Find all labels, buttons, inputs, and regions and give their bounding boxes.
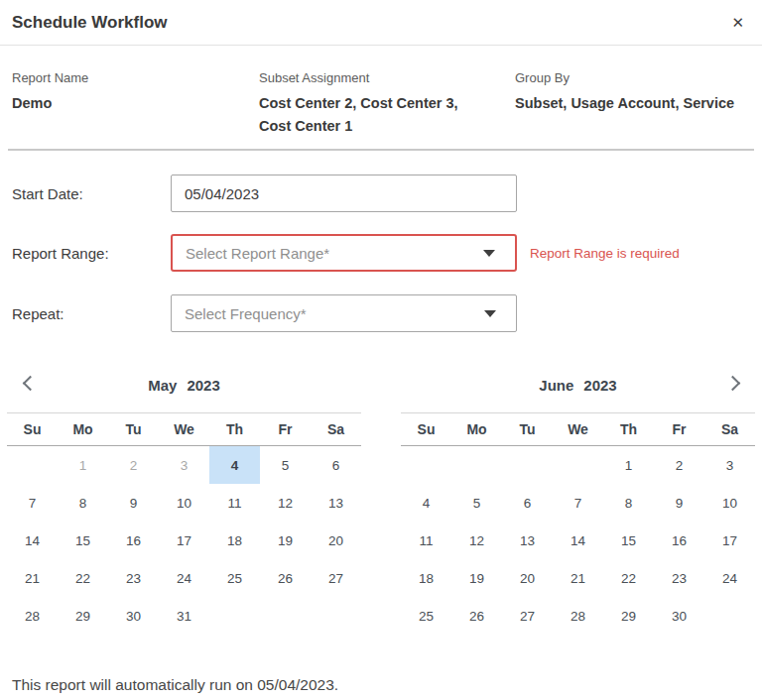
date-cell[interactable]: 11 (209, 484, 260, 522)
group-by-value: Subset, Usage Account, Service (515, 92, 750, 115)
date-cell[interactable]: 8 (603, 484, 654, 522)
date-cell[interactable]: 19 (260, 522, 311, 559)
date-cell[interactable]: 15 (603, 522, 654, 559)
date-cell[interactable]: 24 (159, 559, 209, 597)
report-name-value: Demo (12, 92, 259, 115)
date-cell[interactable]: 28 (553, 597, 603, 635)
dialog-title: Schedule Workflow (12, 13, 168, 33)
repeat-placeholder: Select Frequency* (185, 305, 307, 322)
date-cell-empty (704, 597, 755, 635)
date-cell[interactable]: 6 (502, 484, 553, 522)
date-cell[interactable]: 10 (704, 484, 755, 522)
date-cell[interactable]: 11 (401, 522, 451, 559)
date-cell[interactable]: 21 (7, 559, 58, 597)
date-cell: 2 (108, 446, 159, 484)
date-cell[interactable]: 25 (401, 597, 451, 635)
date-cell[interactable]: 18 (209, 522, 260, 559)
date-cell[interactable]: 22 (603, 559, 654, 597)
day-header: Th (209, 421, 260, 437)
date-cell[interactable]: 3 (704, 446, 755, 484)
date-cell[interactable]: 25 (209, 559, 260, 597)
date-cell[interactable]: 10 (159, 484, 209, 522)
date-cell[interactable]: 14 (553, 522, 603, 559)
date-cell[interactable]: 29 (603, 597, 654, 635)
date-cell[interactable]: 31 (159, 597, 209, 635)
date-cell[interactable]: 20 (311, 522, 361, 559)
month-name: June (539, 377, 573, 394)
start-date-label: Start Date: (12, 185, 171, 202)
chevron-down-icon (483, 250, 495, 257)
date-cell[interactable]: 19 (451, 559, 502, 597)
report-range-select[interactable]: Select Report Range* (171, 234, 517, 272)
report-range-row: Report Range: Select Report Range* Repor… (12, 234, 762, 272)
date-cell[interactable]: 30 (108, 597, 159, 635)
chevron-left-icon (22, 375, 38, 391)
date-grid: 1234567891011121314151617181920212223242… (401, 446, 755, 635)
date-cell[interactable]: 23 (108, 559, 159, 597)
date-cell[interactable]: 7 (553, 484, 603, 522)
prev-month-button[interactable] (13, 368, 43, 398)
date-cell[interactable]: 27 (502, 597, 553, 635)
date-cell[interactable]: 13 (311, 484, 361, 522)
day-header: Su (7, 421, 58, 437)
day-header: Tu (108, 421, 159, 437)
day-header: Fr (260, 421, 311, 437)
date-cell[interactable]: 5 (260, 446, 311, 484)
date-cell: 1 (58, 446, 108, 484)
report-range-placeholder: Select Report Range* (186, 245, 329, 262)
date-cell[interactable]: 4 (209, 446, 260, 484)
date-cell[interactable]: 1 (603, 446, 654, 484)
date-cell[interactable]: 27 (311, 559, 361, 597)
start-date-input[interactable] (171, 175, 517, 212)
date-cell[interactable]: 13 (502, 522, 553, 559)
date-cell[interactable]: 7 (7, 484, 58, 522)
date-cell[interactable]: 20 (502, 559, 553, 597)
date-cell[interactable]: 16 (108, 522, 159, 559)
subset-assignment-column: Subset Assignment Cost Center 2, Cost Ce… (259, 70, 515, 149)
auto-run-note: This report will automatically run on 05… (12, 676, 338, 693)
group-by-column: Group By Subset, Usage Account, Service (515, 70, 750, 149)
repeat-select[interactable]: Select Frequency* (171, 294, 517, 332)
date-cell[interactable]: 16 (654, 522, 704, 559)
date-cell[interactable]: 23 (654, 559, 704, 597)
date-cell[interactable]: 17 (704, 522, 755, 559)
date-cell[interactable]: 12 (260, 484, 311, 522)
day-header: Sa (704, 421, 755, 437)
date-cell[interactable]: 18 (401, 559, 451, 597)
close-button[interactable]: ✕ (727, 11, 748, 34)
date-cell[interactable]: 2 (654, 446, 704, 484)
date-cell-empty (260, 597, 311, 635)
date-cell[interactable]: 22 (58, 559, 108, 597)
calendar-header: May2023 (7, 363, 361, 412)
day-header: Th (603, 421, 654, 437)
start-date-row: Start Date: (12, 175, 762, 212)
date-cell[interactable]: 12 (451, 522, 502, 559)
date-cell[interactable]: 9 (654, 484, 704, 522)
date-cell-empty (502, 446, 553, 484)
date-cell[interactable]: 14 (7, 522, 58, 559)
repeat-label: Repeat: (12, 305, 171, 322)
next-month-button[interactable] (719, 368, 749, 398)
date-cell[interactable]: 15 (58, 522, 108, 559)
date-cell[interactable]: 8 (58, 484, 108, 522)
calendar-header: June2023 (401, 363, 755, 412)
date-cell[interactable]: 24 (704, 559, 755, 597)
date-cell[interactable]: 26 (451, 597, 502, 635)
date-cell[interactable]: 4 (401, 484, 451, 522)
date-cell[interactable]: 26 (260, 559, 311, 597)
month-name: May (148, 377, 177, 394)
date-cell[interactable]: 30 (654, 597, 704, 635)
date-cell[interactable]: 29 (58, 597, 108, 635)
day-header: Fr (654, 421, 704, 437)
date-cell-empty (311, 597, 361, 635)
date-cell[interactable]: 5 (451, 484, 502, 522)
date-cell[interactable]: 6 (311, 446, 361, 484)
date-cell[interactable]: 21 (553, 559, 603, 597)
repeat-row: Repeat: Select Frequency* (12, 294, 762, 332)
calendar-title: May2023 (148, 377, 220, 394)
chevron-down-icon (484, 310, 496, 317)
day-header: Tu (502, 421, 553, 437)
date-cell[interactable]: 28 (7, 597, 58, 635)
date-cell[interactable]: 9 (108, 484, 159, 522)
date-cell[interactable]: 17 (159, 522, 209, 559)
